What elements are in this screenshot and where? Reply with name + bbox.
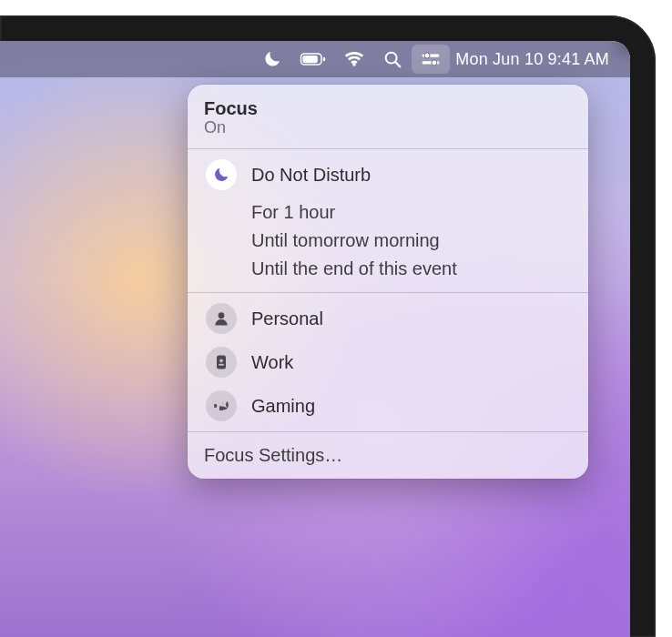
search-icon: [382, 49, 402, 69]
menubar-datetime[interactable]: Mon Jun 10 9:41 AM: [450, 45, 617, 74]
focus-duration-options: For 1 hour Until tomorrow morning Until …: [188, 197, 588, 288]
moon-icon: [206, 159, 237, 190]
focus-duration-option[interactable]: For 1 hour: [188, 198, 588, 227]
focus-mode-do-not-disturb[interactable]: Do Not Disturb: [188, 153, 588, 197]
svg-rect-2: [303, 56, 319, 63]
battery-icon: [300, 49, 327, 69]
focus-mode-label: Work: [251, 352, 293, 373]
wifi-icon: [344, 49, 364, 69]
svg-point-13: [222, 403, 225, 406]
focus-mode-gaming[interactable]: Gaming: [188, 384, 588, 428]
focus-panel-title: Focus: [204, 97, 572, 119]
focus-panel: Focus On Do Not Disturb For 1 hour Until…: [188, 85, 588, 479]
svg-rect-12: [219, 364, 224, 366]
badge-icon: [206, 347, 237, 378]
focus-panel-header: Focus On: [188, 96, 588, 145]
menubar-spotlight-search[interactable]: [373, 45, 412, 74]
focus-panel-status: On: [204, 118, 572, 137]
svg-point-6: [424, 53, 430, 58]
control-center-icon: [421, 49, 441, 69]
divider: [188, 292, 588, 293]
divider: [188, 431, 588, 432]
menubar-battery[interactable]: [291, 45, 335, 74]
svg-point-11: [219, 359, 223, 362]
svg-rect-1: [323, 57, 325, 62]
focus-mode-work[interactable]: Work: [188, 340, 588, 384]
svg-line-4: [396, 62, 401, 66]
desktop-screen: Mon Jun 10 9:41 AM Focus On Do Not Distu…: [0, 41, 630, 637]
svg-point-8: [432, 60, 437, 66]
focus-duration-option[interactable]: Until tomorrow morning: [188, 227, 588, 255]
focus-duration-option[interactable]: Until the end of this event: [188, 255, 588, 283]
menubar-wifi[interactable]: [335, 45, 373, 74]
svg-point-9: [219, 312, 225, 318]
divider: [188, 148, 588, 149]
person-icon: [206, 303, 237, 334]
focus-mode-label: Gaming: [251, 396, 315, 417]
focus-mode-label: Do Not Disturb: [251, 165, 371, 186]
moon-icon: [262, 49, 282, 69]
menubar-control-center[interactable]: [412, 45, 450, 74]
rocket-icon: [206, 390, 237, 421]
focus-mode-label: Personal: [251, 308, 323, 329]
menubar: Mon Jun 10 9:41 AM: [0, 41, 630, 77]
menubar-focus-status[interactable]: [253, 45, 291, 74]
focus-settings-link[interactable]: Focus Settings…: [188, 436, 588, 471]
focus-mode-personal[interactable]: Personal: [188, 297, 588, 340]
